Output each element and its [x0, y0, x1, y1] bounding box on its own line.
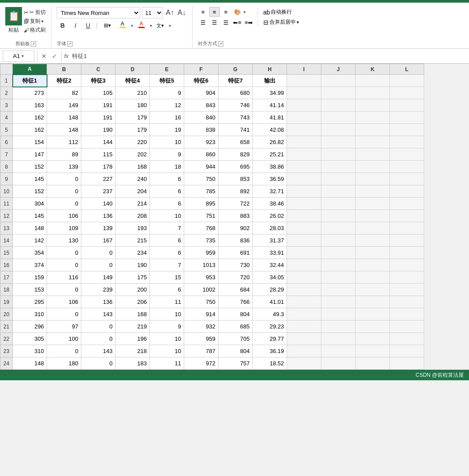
cell-r23-c1[interactable]: 310 [13, 345, 47, 357]
cell-r23-c10[interactable] [321, 345, 356, 357]
cell-r12-c3[interactable]: 136 [81, 210, 116, 222]
paste-button[interactable]: 📋 粘贴 [5, 7, 22, 34]
cell-r15-c11[interactable] [356, 247, 390, 259]
cell-r17-c1[interactable]: 159 [13, 271, 47, 284]
cell-r10-c12[interactable] [390, 185, 424, 198]
cell-r22-c11[interactable] [356, 333, 390, 345]
cell-r20-c1[interactable]: 310 [13, 308, 47, 321]
cell-r23-c6[interactable]: 787 [184, 345, 218, 357]
cell-r1-c6[interactable]: 特征6 [184, 75, 218, 87]
align-center-h-button[interactable]: ≡ [209, 7, 220, 17]
cell-r9-c2[interactable]: 0 [47, 173, 81, 185]
cell-r20-c3[interactable]: 143 [81, 308, 116, 321]
cell-r7-c5[interactable]: 9 [150, 148, 184, 161]
cell-r9-c10[interactable] [321, 173, 356, 185]
cell-r18-c3[interactable]: 239 [81, 284, 116, 296]
cell-r13-c7[interactable]: 902 [218, 222, 253, 234]
cell-r3-c4[interactable]: 180 [116, 99, 150, 112]
cell-r4-c6[interactable]: 840 [184, 112, 218, 124]
cell-r7-c7[interactable]: 829 [218, 148, 253, 161]
cell-r19-c12[interactable] [390, 296, 424, 308]
cell-r20-c12[interactable] [390, 308, 424, 321]
cell-r7-c3[interactable]: 115 [81, 148, 116, 161]
formula-content[interactable]: 特征1 [70, 52, 466, 60]
cell-r12-c7[interactable]: 883 [218, 210, 253, 222]
align-top-left-button[interactable]: ≡ [198, 7, 208, 17]
cell-r21-c2[interactable]: 97 [47, 321, 81, 333]
cancel-formula-icon[interactable]: ✕ [40, 53, 48, 60]
cell-r22-c1[interactable]: 305 [13, 333, 47, 345]
cell-r21-c1[interactable]: 296 [13, 321, 47, 333]
cell-r8-c1[interactable]: 152 [13, 161, 47, 173]
cell-r15-c2[interactable]: 0 [47, 247, 81, 259]
cell-r23-c3[interactable]: 143 [81, 345, 116, 357]
col-header-B[interactable]: B [47, 64, 81, 75]
col-header-D[interactable]: D [116, 64, 150, 75]
cell-r6-c12[interactable] [390, 136, 424, 148]
cell-r15-c8[interactable]: 33.91 [253, 247, 287, 259]
row-number-12[interactable]: 12 [0, 210, 13, 222]
cell-r11-c1[interactable]: 304 [13, 198, 47, 210]
cell-r2-c1[interactable]: 273 [13, 87, 47, 99]
cell-r16-c2[interactable]: 0 [47, 259, 81, 271]
cell-r20-c8[interactable]: 49.3 [253, 308, 287, 321]
cell-r5-c1[interactable]: 162 [13, 124, 47, 136]
cell-r24-c7[interactable]: 757 [218, 357, 253, 370]
cell-r22-c12[interactable] [390, 333, 424, 345]
cell-r2-c6[interactable]: 904 [184, 87, 218, 99]
indent-left-button[interactable]: ⬅≡ [232, 18, 243, 27]
cell-r13-c11[interactable] [356, 222, 390, 234]
cell-r16-c3[interactable]: 0 [81, 259, 116, 271]
cell-r1-c1[interactable]: 特征1 [13, 75, 47, 87]
copy-button[interactable]: 🗐 复制 ▾ [24, 18, 46, 25]
align-right-button[interactable]: ≡ [221, 7, 231, 17]
cell-r1-c3[interactable]: 特征3 [81, 75, 116, 87]
cell-r13-c8[interactable]: 28.03 [253, 222, 287, 234]
cell-r23-c8[interactable]: 36.19 [253, 345, 287, 357]
cell-r12-c11[interactable] [356, 210, 390, 222]
cell-r18-c8[interactable]: 28.29 [253, 284, 287, 296]
cell-r4-c3[interactable]: 191 [81, 112, 116, 124]
cell-r9-c11[interactable] [356, 173, 390, 185]
cell-r16-c1[interactable]: 374 [13, 259, 47, 271]
row-number-3[interactable]: 3 [0, 99, 13, 112]
cell-r5-c10[interactable] [321, 124, 356, 136]
cell-r10-c9[interactable] [287, 185, 321, 198]
cell-r24-c8[interactable]: 18.52 [253, 357, 287, 370]
cell-r10-c2[interactable]: 0 [47, 185, 81, 198]
row-number-4[interactable]: 4 [0, 112, 13, 124]
cell-r3-c5[interactable]: 12 [150, 99, 184, 112]
cell-r13-c2[interactable]: 109 [47, 222, 81, 234]
cell-r14-c7[interactable]: 836 [218, 234, 253, 247]
cell-r21-c6[interactable]: 932 [184, 321, 218, 333]
cell-r3-c6[interactable]: 843 [184, 99, 218, 112]
row-number-1[interactable]: 1 [0, 75, 13, 87]
cell-r3-c7[interactable]: 746 [218, 99, 253, 112]
cell-r24-c2[interactable]: 180 [47, 357, 81, 370]
cell-r20-c5[interactable]: 10 [150, 308, 184, 321]
cell-r22-c6[interactable]: 959 [184, 333, 218, 345]
cell-r17-c9[interactable] [287, 271, 321, 284]
row-number-23[interactable]: 23 [0, 345, 13, 357]
format-painter-button[interactable]: 🖌 格式刷 [24, 26, 46, 34]
cell-r14-c11[interactable] [356, 234, 390, 247]
col-header-L[interactable]: L [390, 64, 424, 75]
cell-r1-c5[interactable]: 特征5 [150, 75, 184, 87]
col-header-C[interactable]: C [81, 64, 116, 75]
cell-r3-c8[interactable]: 41.14 [253, 99, 287, 112]
italic-button[interactable]: I [69, 20, 81, 31]
cell-r18-c9[interactable] [287, 284, 321, 296]
cell-r11-c9[interactable] [287, 198, 321, 210]
cell-r19-c3[interactable]: 136 [81, 296, 116, 308]
cell-r17-c7[interactable]: 720 [218, 271, 253, 284]
cell-r23-c12[interactable] [390, 345, 424, 357]
cell-r2-c3[interactable]: 105 [81, 87, 116, 99]
cell-r24-c5[interactable]: 11 [150, 357, 184, 370]
cell-r18-c5[interactable]: 6 [150, 284, 184, 296]
cell-r4-c8[interactable]: 41.81 [253, 112, 287, 124]
cell-r21-c4[interactable]: 219 [116, 321, 150, 333]
cell-r8-c6[interactable]: 944 [184, 161, 218, 173]
row-number-20[interactable]: 20 [0, 308, 13, 321]
col-header-K[interactable]: K [356, 64, 390, 75]
cell-r7-c4[interactable]: 202 [116, 148, 150, 161]
